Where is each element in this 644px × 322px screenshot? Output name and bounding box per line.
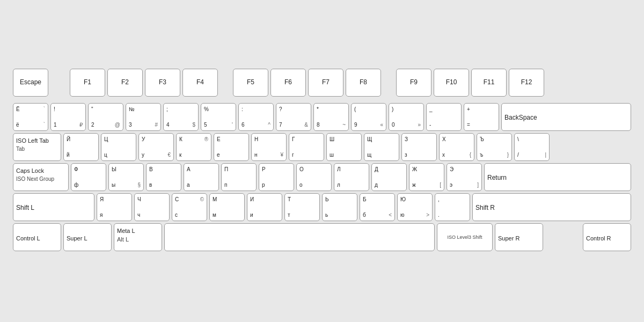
key-slash[interactable]: , .: [435, 193, 470, 221]
key-tilde[interactable]: Ё` ё`: [13, 103, 48, 131]
key-s[interactable]: Ы ы§: [108, 163, 144, 191]
key-v[interactable]: М м: [209, 193, 245, 221]
key-shift-left[interactable]: Shift L: [13, 193, 94, 221]
key-k[interactable]: Л л: [334, 163, 369, 191]
key-g[interactable]: П п: [221, 163, 257, 191]
key-r[interactable]: К® к: [176, 133, 211, 161]
key-t[interactable]: Е е: [214, 133, 249, 161]
key-o[interactable]: Щ щ: [364, 133, 399, 161]
key-f4[interactable]: F4: [182, 69, 218, 97]
key-6[interactable]: : 6^: [238, 103, 274, 131]
key-tab[interactable]: ISO Left Tab Tab: [13, 133, 61, 161]
key-7[interactable]: ? 7&: [276, 103, 311, 131]
bottom-row: Control L Super L Meta L Alt L ISO Level…: [13, 223, 631, 251]
key-e[interactable]: У у€: [138, 133, 174, 161]
key-z[interactable]: Я я: [97, 193, 132, 221]
key-4[interactable]: ; 4$: [163, 103, 199, 131]
key-control-left[interactable]: Control L: [13, 223, 61, 251]
key-b[interactable]: И и: [247, 193, 282, 221]
home-row: Caps Lock ISO Next Group Ф ф Ы ы§ В в А …: [13, 163, 631, 191]
key-equals[interactable]: + =: [464, 103, 499, 131]
key-backspace[interactable]: BackSpace: [501, 103, 631, 131]
key-f6[interactable]: F6: [270, 69, 306, 97]
key-shift-right[interactable]: Shift R: [472, 193, 631, 221]
key-control-right[interactable]: Control R: [583, 223, 631, 251]
key-l[interactable]: Д д: [371, 163, 407, 191]
key-f5[interactable]: F5: [233, 69, 268, 97]
key-q[interactable]: Й й: [63, 133, 99, 161]
key-f[interactable]: А а: [184, 163, 219, 191]
key-n[interactable]: Т т: [284, 193, 320, 221]
key-y[interactable]: Н н¥: [251, 133, 287, 161]
key-8[interactable]: * 8~: [313, 103, 349, 131]
key-9[interactable]: ( 9«: [351, 103, 386, 131]
key-lbracket[interactable]: Х х{: [439, 133, 474, 161]
key-m[interactable]: Ь ь: [322, 193, 357, 221]
key-period[interactable]: Ю ю>: [397, 193, 433, 221]
key-capslock[interactable]: Caps Lock ISO Next Group: [13, 163, 69, 191]
number-row: Ё` ё` ! 1₽ " 2@ № 3# ; 4$ % 5' :: [13, 103, 631, 131]
key-f11[interactable]: F11: [471, 69, 507, 97]
key-c[interactable]: С© с: [172, 193, 207, 221]
key-f9[interactable]: F9: [396, 69, 431, 97]
key-2[interactable]: " 2@: [88, 103, 123, 131]
key-3[interactable]: № 3#: [126, 103, 161, 131]
key-rbracket[interactable]: Ъ ъ}: [477, 133, 512, 161]
key-quote[interactable]: Э э]: [447, 163, 482, 191]
key-u[interactable]: Г г: [289, 133, 324, 161]
shift-row: Shift L Я я Ч ч С© с М м И и Т т: [13, 193, 631, 221]
key-d[interactable]: В в: [146, 163, 181, 191]
key-i[interactable]: Ш ш: [326, 133, 362, 161]
key-comma[interactable]: Б б<: [360, 193, 395, 221]
key-backslash[interactable]: \ /|: [514, 133, 550, 161]
key-j[interactable]: О о: [296, 163, 332, 191]
qwerty-row: ISO Left Tab Tab Й й Ц ц У у€ К® к Е е: [13, 133, 631, 161]
key-5[interactable]: % 5': [201, 103, 236, 131]
key-space[interactable]: [164, 223, 435, 251]
key-f12[interactable]: F12: [509, 69, 544, 97]
key-iso-level3[interactable]: ISO Level3 Shift: [437, 223, 493, 251]
key-semicolon[interactable]: Ж ж[: [409, 163, 444, 191]
key-x[interactable]: Ч ч: [134, 193, 170, 221]
key-w[interactable]: Ц ц: [101, 133, 136, 161]
key-f1[interactable]: F1: [70, 69, 105, 97]
keyboard: Escape F1 F2 F3 F4 F5 F6 F7 F8 F9 F10 F1…: [5, 59, 639, 263]
key-1[interactable]: ! 1₽: [50, 103, 86, 131]
key-super-left[interactable]: Super L: [63, 223, 112, 251]
key-f2[interactable]: F2: [107, 69, 143, 97]
key-f7[interactable]: F7: [308, 69, 343, 97]
key-escape[interactable]: Escape: [13, 69, 48, 97]
key-return[interactable]: Return: [484, 163, 631, 191]
key-f3[interactable]: F3: [145, 69, 180, 97]
key-p[interactable]: З з: [401, 133, 437, 161]
key-f8[interactable]: F8: [346, 69, 381, 97]
key-h[interactable]: Р р: [259, 163, 294, 191]
key-minus[interactable]: _ -: [426, 103, 462, 131]
key-f10[interactable]: F10: [434, 69, 469, 97]
key-a[interactable]: Ф ф: [71, 163, 106, 191]
key-0[interactable]: ) 0»: [389, 103, 424, 131]
key-super-right[interactable]: Super R: [495, 223, 543, 251]
key-alt-left[interactable]: Meta L Alt L: [114, 223, 162, 251]
function-key-row: Escape F1 F2 F3 F4 F5 F6 F7 F8 F9 F10 F1…: [13, 69, 631, 97]
